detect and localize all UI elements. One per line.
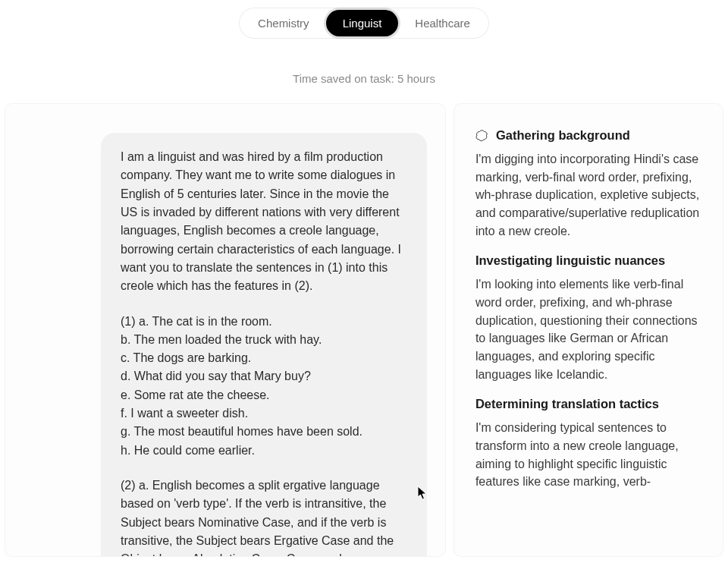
user-sentences-list: (1) a. The cat is in the room. b. The me… [121, 313, 407, 461]
section-body-2: I'm looking into elements like verb-fina… [475, 275, 700, 383]
user-features-paragraph: (2) a. English becomes a split ergative … [121, 477, 407, 557]
conversation-panel[interactable]: I am a linguist and was hired by a film … [5, 103, 446, 557]
tab-chemistry[interactable]: Chemistry [241, 10, 326, 36]
tabs-container: Chemistry Linguist Healthcare [0, 0, 728, 43]
section-header-2: Investigating linguistic nuances [475, 253, 700, 268]
openai-logo-icon [475, 129, 488, 142]
section-header-3: Determining translation tactics [475, 397, 700, 411]
section-body-1: I'm digging into incorporating Hindi's c… [475, 150, 700, 240]
section-title-1: Gathering background [496, 128, 630, 143]
tab-healthcare[interactable]: Healthcare [398, 10, 487, 36]
panels-row: I am a linguist and was hired by a film … [0, 103, 728, 557]
section-header-1: Gathering background [475, 128, 700, 143]
reasoning-panel[interactable]: Gathering background I'm digging into in… [453, 103, 723, 557]
section-title-2: Investigating linguistic nuances [475, 253, 665, 268]
user-message-bubble: I am a linguist and was hired by a film … [101, 133, 427, 557]
user-intro-paragraph: I am a linguist and was hired by a film … [121, 148, 407, 296]
tabs-pill: Chemistry Linguist Healthcare [239, 8, 489, 39]
time-saved-label: Time saved on task: 5 hours [0, 43, 728, 103]
section-body-3: I'm considering typical sentences to tra… [475, 419, 700, 491]
tab-linguist[interactable]: Linguist [326, 10, 399, 36]
section-title-3: Determining translation tactics [475, 397, 659, 411]
